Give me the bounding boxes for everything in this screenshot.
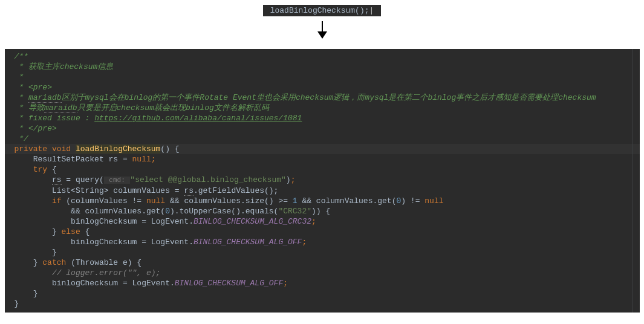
code-line: && columnValues.get(0).toUpperCase().equ… — [5, 206, 640, 216]
method-declaration: private void loadBinlogChecksum() { — [5, 144, 640, 154]
code-line: } catch (Throwable e) { — [5, 258, 640, 268]
code-line: if (columnValues != null && columnValues… — [5, 196, 640, 206]
code-line: List<String> columnValues = rs.getFieldV… — [5, 186, 640, 196]
code-line: try { — [5, 164, 640, 175]
method-call-text: loadBinlogChecksum(); — [270, 6, 369, 15]
code-line: ResultSetPacket rs = null; — [5, 154, 640, 164]
code-line: rs = query( cmd: "select @@global.binlog… — [5, 175, 640, 186]
code-line: // logger.error("", e); — [5, 268, 640, 278]
doc-line: * </pre> — [5, 123, 640, 134]
code-line: binlogChecksum = LogEvent.BINLOG_CHECKSU… — [5, 237, 640, 247]
code-line: binlogChecksum = LogEvent.BINLOG_CHECKSU… — [5, 278, 640, 288]
caret-icon: | — [369, 6, 374, 15]
doc-line: * — [5, 72, 640, 82]
doc-line: * fixed issue : https://github.com/aliba… — [5, 113, 640, 123]
code-line: } — [5, 299, 640, 309]
code-editor[interactable]: /** * 获取主库checksum信息 * * <pre> * mariadb… — [5, 49, 640, 313]
doc-line: * 导致maraidb只要是开启checksum就会出现binlog文件名解析乱… — [5, 103, 640, 113]
editor-right-margin — [632, 49, 633, 313]
doc-line: * mariadb区别于mysql会在binlog的第一个事件Rotate Ev… — [5, 92, 640, 103]
code-line: } — [5, 247, 640, 258]
doc-line: */ — [5, 134, 640, 144]
call-site-snippet: loadBinlogChecksum();| — [263, 5, 382, 16]
doc-line: * <pre> — [5, 82, 640, 92]
code-line: } — [5, 288, 640, 299]
issue-link[interactable]: https://github.com/alibaba/canal/issues/… — [94, 114, 302, 123]
code-line: } else { — [5, 227, 640, 237]
arrow-icon — [322, 21, 323, 38]
doc-line: /** — [5, 51, 640, 62]
code-line: binlogChecksum = LogEvent.BINLOG_CHECKSU… — [5, 216, 640, 227]
doc-line: * 获取主库checksum信息 — [5, 62, 640, 72]
